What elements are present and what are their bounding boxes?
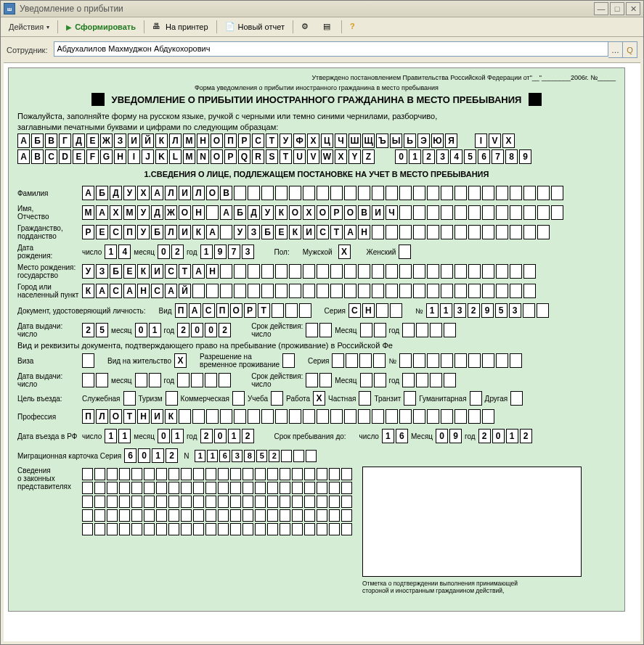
help-button[interactable]: ? bbox=[345, 19, 365, 35]
cell bbox=[306, 323, 318, 337]
cell bbox=[399, 284, 412, 298]
cell bbox=[376, 303, 388, 318]
cell bbox=[177, 373, 189, 387]
cell: М bbox=[82, 205, 94, 220]
employee-lookup-button[interactable]: Q bbox=[623, 41, 637, 58]
cell bbox=[94, 468, 105, 480]
new-report-icon: 📄 bbox=[225, 22, 235, 32]
cell bbox=[242, 482, 253, 494]
cell bbox=[427, 264, 439, 279]
cell bbox=[303, 284, 315, 298]
cell: С bbox=[317, 225, 329, 239]
cell bbox=[455, 264, 467, 279]
cell: Л bbox=[192, 186, 205, 200]
cell bbox=[372, 284, 384, 298]
cell bbox=[330, 186, 343, 200]
help-icon: ? bbox=[350, 22, 360, 32]
cell: У bbox=[234, 225, 246, 239]
cell bbox=[156, 482, 167, 494]
cell bbox=[299, 303, 311, 318]
cell: А bbox=[123, 284, 136, 298]
cell bbox=[455, 409, 467, 424]
cell bbox=[303, 186, 315, 200]
cell bbox=[181, 509, 192, 522]
cell bbox=[304, 482, 315, 494]
cell bbox=[455, 353, 467, 368]
cell bbox=[399, 409, 412, 424]
cell bbox=[372, 264, 384, 279]
cell bbox=[551, 205, 563, 220]
cell bbox=[267, 496, 278, 508]
cell bbox=[144, 482, 155, 494]
cell: П bbox=[123, 225, 136, 239]
employee-input[interactable]: Абдухалилов Махмуджон Абдукохорович bbox=[54, 41, 609, 57]
cell bbox=[468, 225, 481, 239]
cell bbox=[510, 353, 522, 368]
cell: О bbox=[179, 205, 191, 220]
tool-icon-2[interactable]: ▤ bbox=[318, 19, 338, 35]
app-window: ш Уведомление о прибытии — □ ✕ Действия … bbox=[0, 0, 644, 645]
cell bbox=[205, 482, 216, 494]
cell: 1 bbox=[105, 429, 117, 443]
cell bbox=[329, 523, 340, 535]
sex-male-cell: X bbox=[338, 245, 351, 259]
cell bbox=[280, 523, 290, 535]
cell bbox=[119, 496, 130, 508]
cell: В bbox=[358, 205, 370, 220]
cell bbox=[341, 523, 352, 535]
cell bbox=[144, 523, 155, 535]
cell bbox=[455, 186, 467, 200]
cell: Т bbox=[179, 264, 191, 279]
cell: Н bbox=[192, 205, 205, 220]
titlebar: ш Уведомление о прибытии — □ ✕ bbox=[1, 1, 643, 17]
print-button[interactable]: 🖶На принтер bbox=[147, 19, 213, 35]
cell bbox=[242, 523, 253, 535]
cell bbox=[496, 353, 508, 368]
cell bbox=[306, 450, 317, 462]
cell bbox=[317, 409, 329, 424]
cell: А bbox=[220, 205, 232, 220]
toolbar: Действия ▾ ▶Сформировать 🖶На принтер 📄Но… bbox=[1, 17, 643, 37]
cell bbox=[330, 284, 343, 298]
cell bbox=[303, 409, 315, 424]
cell: 2 bbox=[200, 429, 213, 443]
cell: З bbox=[96, 264, 108, 279]
cell bbox=[510, 186, 522, 200]
cell bbox=[427, 353, 439, 368]
document-scroll[interactable]: Утверждено постановлением Правительства … bbox=[4, 63, 640, 641]
close-button[interactable]: ✕ bbox=[626, 2, 640, 15]
cell: Л bbox=[165, 186, 177, 200]
cell: С bbox=[349, 303, 361, 318]
cell bbox=[329, 468, 340, 480]
actions-menu[interactable]: Действия ▾ bbox=[4, 19, 54, 35]
generate-button[interactable]: ▶Сформировать bbox=[61, 19, 141, 35]
cell bbox=[317, 482, 327, 494]
cell: К bbox=[289, 225, 301, 239]
cell: Т bbox=[330, 225, 343, 239]
cell bbox=[317, 496, 327, 508]
cell bbox=[156, 509, 167, 522]
cell bbox=[144, 496, 155, 508]
cell bbox=[220, 284, 232, 298]
minimize-button[interactable]: — bbox=[594, 2, 608, 15]
cell: Р bbox=[330, 205, 343, 220]
cell bbox=[255, 496, 266, 508]
cell bbox=[402, 323, 415, 337]
cell: Б bbox=[110, 264, 122, 279]
cell bbox=[360, 323, 372, 337]
cell bbox=[413, 264, 425, 279]
main-title: УВЕДОМЛЕНИЕ О ПРИБЫТИИ ИНОСТРАННОГО ГРАЖ… bbox=[112, 94, 522, 105]
cell bbox=[242, 468, 253, 480]
tool-icon-1[interactable]: ⚙ bbox=[296, 19, 317, 35]
birthplace-label: Место рождения: государство bbox=[17, 263, 79, 279]
cell bbox=[441, 409, 453, 424]
cell bbox=[468, 353, 481, 368]
cell bbox=[372, 225, 384, 239]
cell bbox=[205, 373, 217, 387]
cell: 2 bbox=[82, 323, 94, 337]
cell bbox=[168, 482, 179, 494]
employee-select-button[interactable]: … bbox=[608, 41, 623, 58]
cell: А bbox=[344, 225, 356, 239]
maximize-button[interactable]: □ bbox=[610, 2, 624, 15]
new-report-button[interactable]: 📄Новый отчет bbox=[220, 19, 290, 35]
